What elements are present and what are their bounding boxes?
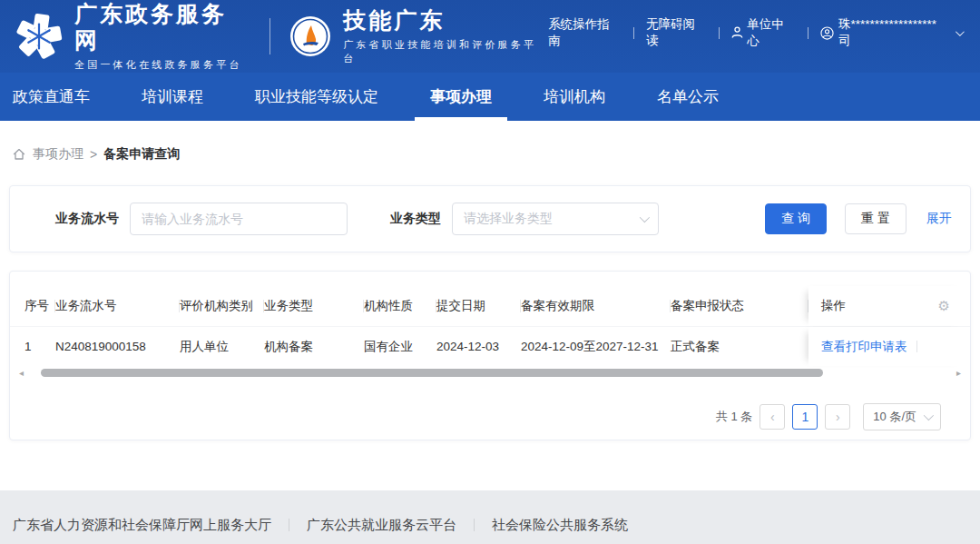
avatar-icon bbox=[820, 26, 834, 40]
column-header-business-type: 业务类型 bbox=[264, 286, 364, 326]
footer-divider bbox=[474, 519, 475, 531]
chevron-down-icon bbox=[924, 410, 934, 420]
table-row: 1 N240819000158 用人单位 机构备案 国有企业 2024-12-0… bbox=[10, 326, 970, 366]
breadcrumb-current: 备案申请查询 bbox=[103, 146, 180, 163]
cell-status: 正式备案 bbox=[671, 327, 808, 366]
column-header-action: 操作 ⚙ bbox=[808, 286, 970, 326]
unit-center-link[interactable]: 单位中心 bbox=[731, 16, 796, 49]
chevron-down-icon bbox=[956, 27, 965, 36]
page-size-value: 10 条/页 bbox=[873, 409, 916, 425]
jngd-badge-logo-icon bbox=[289, 15, 332, 58]
cell-index: 1 bbox=[10, 327, 55, 366]
expand-link[interactable]: 展开 bbox=[926, 211, 952, 227]
serial-number-input[interactable] bbox=[130, 203, 348, 235]
next-page-button[interactable]: › bbox=[825, 404, 850, 430]
link-divider bbox=[633, 27, 634, 39]
cell-org-category: 用人单位 bbox=[180, 327, 264, 366]
nav-item-matters[interactable]: 事项办理 bbox=[430, 73, 492, 121]
scroll-left-icon[interactable]: ◂ bbox=[19, 368, 24, 379]
cell-org-nature: 国有企业 bbox=[364, 327, 436, 366]
platform-tagline: 广东省职业技能培训和评价服务平台 bbox=[343, 38, 548, 65]
cell-action: 查看打印申请表 bbox=[808, 327, 970, 366]
page-size-select[interactable]: 10 条/页 bbox=[863, 403, 941, 430]
current-page-button[interactable]: 1 bbox=[792, 404, 818, 430]
reset-button[interactable]: 重 置 bbox=[845, 203, 906, 234]
brand-area: 广东政务服务网 全国一体化在线政务服务平台 技能广东 广东省职业技能培训和评价服… bbox=[15, 1, 548, 72]
column-header-validity: 备案有效期限 bbox=[521, 286, 671, 326]
cell-business-type: 机构备案 bbox=[264, 327, 364, 366]
link-divider bbox=[808, 27, 808, 39]
person-icon bbox=[731, 26, 743, 39]
breadcrumb: 事项办理 > 备案申请查询 bbox=[12, 146, 980, 163]
scrollbar-thumb[interactable] bbox=[41, 369, 823, 377]
view-print-application-link[interactable]: 查看打印申请表 bbox=[821, 339, 907, 355]
footer-divider bbox=[289, 519, 289, 531]
site-name: 广东政务服务网 bbox=[74, 1, 251, 54]
nav-item-courses[interactable]: 培训课程 bbox=[142, 73, 203, 121]
system-guide-link[interactable]: 系统操作指南 bbox=[548, 16, 622, 49]
nav-item-public-list[interactable]: 名单公示 bbox=[657, 73, 719, 121]
column-header-serial: 业务流水号 bbox=[55, 286, 180, 326]
main-nav: 政策直通车 培训课程 职业技能等级认定 事项办理 培训机构 名单公示 bbox=[0, 73, 980, 121]
action-divider bbox=[916, 341, 917, 352]
brand-divider bbox=[270, 18, 270, 54]
nav-item-training-orgs[interactable]: 培训机构 bbox=[544, 73, 605, 121]
column-header-org-nature: 机构性质 bbox=[364, 286, 436, 326]
footer-link-employment-cloud[interactable]: 广东公共就业服务云平台 bbox=[307, 517, 456, 534]
column-header-org-category: 评价机构类别 bbox=[180, 286, 264, 326]
cell-serial: N240819000158 bbox=[55, 327, 180, 366]
gear-icon[interactable]: ⚙ bbox=[938, 298, 950, 314]
accessibility-link[interactable]: 无障碍阅读 bbox=[646, 16, 707, 49]
query-button[interactable]: 查 询 bbox=[765, 203, 827, 234]
cell-validity: 2024-12-09至2027-12-31 bbox=[521, 327, 671, 366]
scroll-right-icon[interactable]: ▸ bbox=[956, 368, 961, 379]
business-type-placeholder: 请选择业务类型 bbox=[464, 211, 553, 227]
column-header-submit-date: 提交日期 bbox=[436, 286, 521, 326]
footer-link-hrss-hall[interactable]: 广东省人力资源和社会保障厅网上服务大厅 bbox=[13, 517, 271, 534]
prev-page-button[interactable]: ‹ bbox=[760, 404, 785, 430]
breadcrumb-section[interactable]: 事项办理 bbox=[33, 146, 83, 163]
search-panel: 业务流水号 业务类型 请选择业务类型 查 询 重 置 展开 bbox=[9, 185, 971, 252]
nav-item-skill-certification[interactable]: 职业技能等级认定 bbox=[255, 73, 378, 121]
business-type-label: 业务类型 bbox=[390, 211, 441, 227]
results-panel: 序号 业务流水号 评价机构类别 业务类型 机构性质 提交日期 备案有效期限 备案… bbox=[9, 271, 971, 440]
serial-number-label: 业务流水号 bbox=[55, 211, 119, 227]
platform-name: 技能广东 bbox=[343, 7, 548, 34]
site-tagline: 全国一体化在线政务服务平台 bbox=[74, 58, 251, 72]
action-header-label: 操作 bbox=[821, 298, 846, 314]
business-type-select[interactable]: 请选择业务类型 bbox=[452, 203, 659, 235]
unit-center-label: 单位中心 bbox=[747, 16, 796, 49]
column-header-status: 备案申报状态 bbox=[671, 286, 808, 326]
home-icon bbox=[12, 147, 26, 162]
header-links: 系统操作指南 无障碍阅读 单位中心 珠**************** bbox=[548, 16, 962, 49]
total-count: 共 1 条 bbox=[716, 409, 752, 425]
user-menu[interactable]: 珠******************司 bbox=[820, 16, 962, 49]
breadcrumb-separator: > bbox=[90, 147, 97, 162]
username: 珠******************司 bbox=[838, 16, 948, 49]
pagination: 共 1 条 ‹ 1 › 10 条/页 bbox=[10, 403, 970, 430]
site-footer: 广东省人力资源和社会保障厅网上服务大厅 广东公共就业服务云平台 社会保险公共服务… bbox=[0, 490, 980, 544]
gdzw-pinwheel-logo-icon bbox=[15, 12, 64, 61]
column-header-index: 序号 bbox=[10, 286, 55, 326]
link-divider bbox=[719, 27, 720, 39]
footer-link-social-insurance[interactable]: 社会保险公共服务系统 bbox=[492, 517, 628, 534]
chevron-down-icon bbox=[640, 213, 650, 223]
site-header: 广东政务服务网 全国一体化在线政务服务平台 技能广东 广东省职业技能培训和评价服… bbox=[0, 0, 980, 73]
horizontal-scrollbar[interactable]: ◂ ▸ bbox=[15, 367, 965, 380]
table-header-row: 序号 业务流水号 评价机构类别 业务类型 机构性质 提交日期 备案有效期限 备案… bbox=[10, 286, 970, 326]
search-actions: 查 询 重 置 展开 bbox=[765, 203, 952, 234]
cell-submit-date: 2024-12-03 bbox=[436, 327, 521, 366]
nav-item-policy[interactable]: 政策直通车 bbox=[13, 73, 90, 121]
